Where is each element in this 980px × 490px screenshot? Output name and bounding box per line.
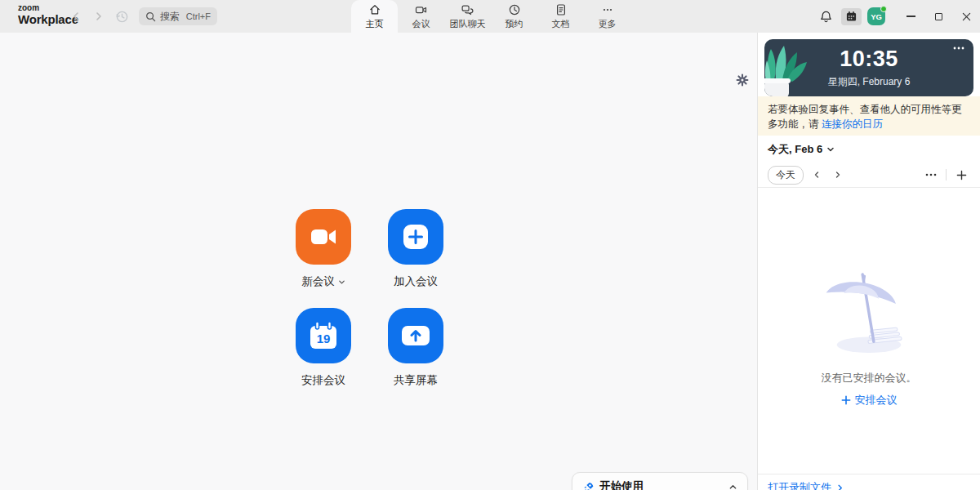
clock-card: 10:35 星期四, February 6 — [764, 39, 973, 96]
new-meeting-camera-icon — [309, 222, 338, 252]
forward-icon — [94, 11, 104, 21]
maximize-icon — [935, 13, 942, 20]
close-icon — [962, 12, 971, 21]
calendar-sidebar: 10:35 星期四, February 6 若要体验回复事件、查看他人的可用性等… — [758, 33, 980, 490]
calendar-button[interactable] — [841, 8, 862, 25]
tab-home-label: 主页 — [366, 18, 384, 30]
tab-meetings[interactable]: 会议 — [398, 0, 444, 33]
tab-meetings-label: 会议 — [412, 18, 430, 30]
empty-message: 没有已安排的会议。 — [758, 371, 980, 385]
tab-docs[interactable]: 文档 — [537, 0, 584, 33]
team-chat-icon — [461, 3, 474, 16]
plus-icon — [841, 395, 851, 405]
schedule-meeting-link[interactable]: 安排会议 — [841, 393, 898, 408]
tab-bookings[interactable]: 预约 — [491, 0, 537, 33]
presence-dot — [880, 6, 887, 12]
tab-team-chat-label: 团队聊天 — [450, 18, 486, 30]
calendar-more-button[interactable] — [922, 167, 940, 183]
clock-time: 10:35 — [764, 47, 973, 72]
maximize-button[interactable] — [924, 0, 952, 33]
back-icon — [71, 11, 81, 21]
date-header[interactable]: 今天, Feb 6 — [768, 142, 835, 157]
gear-icon — [736, 74, 749, 87]
main-tabs: 主页 会议 团队聊天 预约 — [351, 0, 630, 33]
chevron-right-icon — [834, 171, 842, 179]
share-screen-button[interactable]: 共享屏幕 — [366, 308, 466, 388]
new-meeting-tile — [296, 209, 351, 265]
share-screen-icon — [400, 321, 431, 350]
chevron-down-icon — [826, 145, 835, 154]
add-event-button[interactable] — [952, 167, 970, 183]
minimize-icon — [906, 16, 915, 16]
clock-date: 星期四, February 6 — [764, 75, 973, 89]
getting-started-card[interactable]: 开始使用 0/3 — [572, 472, 748, 490]
join-meeting-button[interactable]: 加入会议 — [366, 209, 466, 289]
new-meeting-label: 新会议 — [301, 274, 335, 289]
calendar-icon — [845, 11, 858, 22]
schedule-meeting-link-label: 安排会议 — [855, 393, 898, 408]
header-right-controls: YG — [815, 0, 980, 33]
getting-started-title: 开始使用 — [599, 479, 724, 490]
chevron-down-icon — [338, 278, 345, 286]
tab-team-chat[interactable]: 团队聊天 — [444, 0, 491, 33]
close-button[interactable] — [952, 0, 980, 33]
plus-icon — [956, 170, 967, 180]
notifications-button[interactable] — [815, 6, 836, 27]
title-bar: zoom Workplace 搜索 Ctrl+F 主页 — [0, 0, 980, 33]
forward-button[interactable] — [91, 9, 106, 24]
back-button[interactable] — [69, 9, 83, 24]
history-button[interactable] — [113, 7, 131, 25]
join-meeting-tile — [388, 209, 443, 265]
share-screen-tile — [388, 308, 443, 363]
calendar-day-number: 19 — [317, 332, 331, 345]
toolbar-bottom-divider — [758, 187, 980, 188]
footer-divider — [758, 474, 980, 474]
today-button[interactable]: 今天 — [768, 166, 804, 185]
search-placeholder: 搜索 — [160, 10, 182, 24]
home-panel: 新会议 加入会议 19 安排会议 — [0, 33, 758, 490]
chevron-right-icon — [836, 484, 844, 490]
search-icon — [145, 11, 156, 22]
date-header-label: 今天, Feb 6 — [768, 142, 822, 157]
meetings-icon — [414, 3, 428, 16]
open-recordings-link[interactable]: 打开录制文件 — [768, 480, 844, 490]
next-day-button[interactable] — [830, 167, 846, 183]
avatar-initials: YG — [871, 12, 882, 21]
schedule-meeting-label: 安排会议 — [301, 373, 345, 388]
more-icon — [601, 3, 614, 16]
history-icon — [115, 10, 129, 24]
bookings-icon — [508, 3, 521, 16]
open-recordings-label: 打开录制文件 — [768, 480, 831, 490]
join-plus-icon — [401, 222, 430, 252]
toolbar-divider — [946, 169, 947, 180]
schedule-meeting-tile: 19 — [296, 308, 351, 363]
join-meeting-label: 加入会议 — [394, 274, 438, 289]
umbrella-icon — [821, 271, 917, 358]
chevron-up-icon[interactable] — [728, 483, 737, 490]
schedule-calendar-icon: 19 — [308, 321, 339, 350]
home-icon — [368, 3, 381, 16]
tab-bookings-label: 预约 — [506, 18, 523, 30]
search-shortcut: Ctrl+F — [186, 11, 211, 21]
ellipsis-icon — [925, 173, 937, 176]
share-screen-label: 共享屏幕 — [394, 373, 438, 388]
avatar[interactable]: YG — [867, 7, 885, 25]
tab-home[interactable]: 主页 — [351, 0, 398, 33]
search-input[interactable]: 搜索 Ctrl+F — [139, 7, 217, 25]
bell-icon — [819, 10, 833, 24]
schedule-meeting-button[interactable]: 19 安排会议 — [274, 308, 373, 388]
prev-day-button[interactable] — [808, 167, 825, 183]
connect-calendar-link[interactable]: 连接你的日历 — [822, 118, 883, 130]
tab-docs-label: 文档 — [552, 18, 570, 30]
chevron-left-icon — [813, 171, 821, 179]
empty-schedule-state: 没有已安排的会议。 安排会议 — [758, 271, 980, 408]
tab-more[interactable]: 更多 — [584, 0, 630, 33]
calendar-toolbar: 今天 — [758, 163, 980, 186]
clock-card-menu-button[interactable] — [952, 46, 965, 51]
new-meeting-button[interactable]: 新会议 — [274, 209, 373, 289]
settings-button[interactable] — [734, 72, 751, 88]
docs-icon — [555, 3, 568, 16]
tab-more-label: 更多 — [599, 18, 617, 30]
connect-calendar-banner: 若要体验回复事件、查看他人的可用性等更多功能，请 连接你的日历 — [758, 96, 980, 136]
minimize-button[interactable] — [897, 0, 924, 33]
